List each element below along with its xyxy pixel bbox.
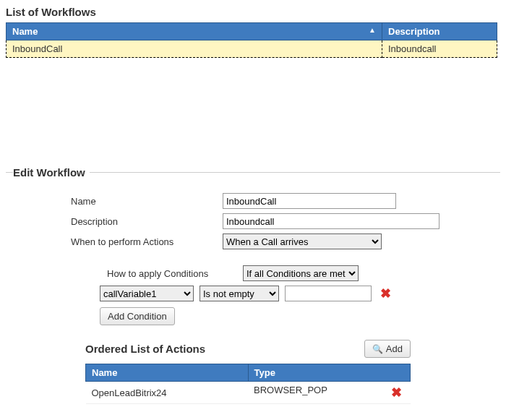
delete-action-icon[interactable]: ✖ [388,385,405,400]
condition-value-input[interactable] [285,286,372,301]
col-desc-label: Description [388,26,440,37]
table-row[interactable]: InboundCall Inboundcall [7,40,497,58]
edit-legend: Edit Workflow [13,166,90,179]
table-row[interactable]: OpenLeadBitrix24 BROWSER_POP ✖ [86,382,411,404]
name-label: Name [71,196,223,207]
actions-col-type-label: Type [254,367,275,378]
description-input[interactable] [223,213,439,229]
col-name-header[interactable]: Name ▲ [7,23,382,40]
when-label: When to perform Actions [71,236,223,247]
actions-col-name-header[interactable]: Name [86,364,249,382]
add-condition-label: Add Condition [108,311,167,322]
add-action-label: Add [386,343,403,354]
workflow-table: Name ▲ Description InboundCall Inboundca… [6,22,497,58]
description-label: Description [71,216,223,227]
actions-col-name-label: Name [92,367,117,378]
action-type-cell: BROWSER_POP [254,385,327,395]
condition-operator-select[interactable]: Is not empty [200,286,279,301]
how-conditions-label: How to apply Conditions [107,268,237,279]
actions-title: Ordered List of Actions [85,343,205,355]
how-conditions-select[interactable]: If all Conditions are met [243,265,359,281]
col-name-label: Name [12,26,38,37]
cell-name: InboundCall [7,40,382,58]
name-input[interactable] [223,193,396,209]
add-condition-button[interactable]: Add Condition [100,307,175,325]
actions-table: Name Type OpenLeadBitrix24 BROWSER_POP ✖ [85,364,411,404]
actions-block: Ordered List of Actions Add Name Type [85,340,411,420]
delete-condition-icon[interactable]: ✖ [377,286,394,301]
magnifier-icon [372,343,383,354]
list-title: List of Workflows [6,6,500,18]
when-select[interactable]: When a Call arrives [223,233,382,249]
condition-variable-select[interactable]: callVariable1 [100,286,194,301]
conditions-panel: How to apply Conditions If all Condition… [85,257,493,325]
actions-col-type-header[interactable]: Type [248,364,411,382]
col-desc-header[interactable]: Description [382,23,497,40]
cell-description: Inboundcall [382,40,497,58]
action-name-cell: OpenLeadBitrix24 [86,382,249,404]
sort-asc-icon: ▲ [369,26,376,34]
add-action-button[interactable]: Add [364,340,411,358]
edit-workflow-panel: Edit Workflow Name Description When to p… [6,166,500,420]
